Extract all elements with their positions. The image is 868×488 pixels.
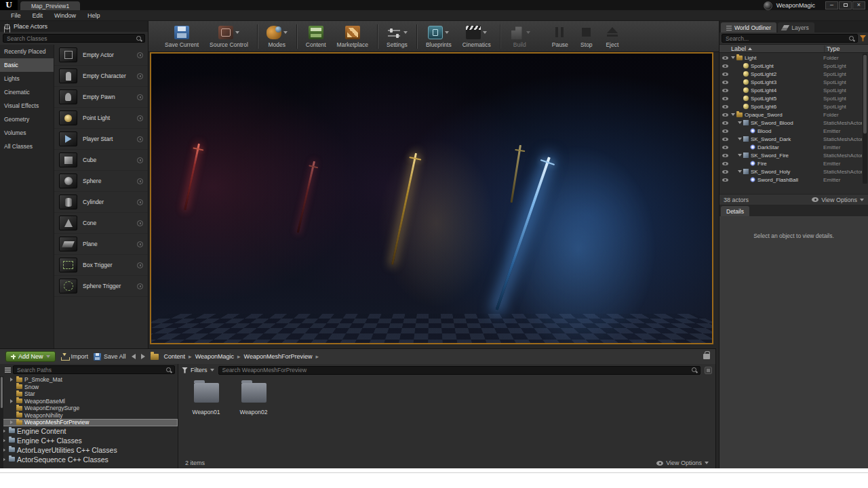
tree-folder-row[interactable]: WeaponEnergySurge bbox=[0, 405, 178, 412]
drag-grip-icon[interactable] bbox=[137, 94, 143, 100]
tree-scrollbar[interactable] bbox=[0, 376, 3, 468]
visibility-eye-icon[interactable] bbox=[722, 152, 729, 159]
tree-folder-row[interactable]: Star bbox=[0, 390, 178, 398]
expander-icon[interactable] bbox=[9, 406, 14, 411]
place-actor-item[interactable]: Point Light bbox=[54, 108, 148, 129]
outliner-search-input[interactable] bbox=[722, 34, 858, 43]
category-item[interactable]: Cinematic bbox=[0, 85, 54, 99]
visibility-eye-icon[interactable] bbox=[722, 144, 729, 150]
sort-ascending-icon[interactable] bbox=[748, 47, 752, 50]
outliner-row[interactable]: SK_Sword_Dark StaticMeshActor bbox=[719, 135, 868, 143]
level-tab[interactable]: Map_Preview1 bbox=[20, 1, 80, 10]
expander-icon[interactable] bbox=[738, 121, 743, 125]
expander-icon[interactable] bbox=[738, 169, 743, 174]
expander-icon[interactable] bbox=[745, 129, 749, 134]
tree-folder-row[interactable]: ActorSequence C++ Classes bbox=[0, 455, 178, 464]
place-actor-item[interactable]: Player Start bbox=[54, 129, 148, 150]
expander-icon[interactable] bbox=[745, 145, 749, 150]
category-item[interactable]: Lights bbox=[0, 72, 54, 85]
search-assets-input[interactable] bbox=[218, 366, 701, 375]
sources-toggle-icon[interactable] bbox=[5, 367, 11, 373]
back-button[interactable] bbox=[132, 354, 136, 359]
toolbar-button[interactable]: Source Control bbox=[204, 24, 254, 49]
expander-icon[interactable] bbox=[738, 88, 743, 93]
toolbar-button[interactable]: Cinematics bbox=[457, 24, 496, 49]
toolbar-button[interactable]: Marketplace bbox=[332, 24, 374, 49]
expander-icon[interactable] bbox=[9, 392, 14, 396]
place-actor-item[interactable]: Box Trigger bbox=[54, 255, 148, 276]
path-folder-icon[interactable] bbox=[151, 354, 159, 360]
outliner-row[interactable]: SpotLight5 SpotLight bbox=[719, 94, 868, 102]
category-item[interactable]: Basic bbox=[0, 58, 54, 72]
expander-icon[interactable] bbox=[9, 399, 14, 403]
menu-item[interactable]: Window bbox=[49, 11, 81, 20]
expander-icon[interactable] bbox=[738, 153, 743, 158]
outliner-row[interactable]: SpotLight2 SpotLight bbox=[719, 70, 868, 78]
visibility-eye-icon[interactable] bbox=[722, 70, 729, 77]
breadcrumb-item[interactable]: WeaponMeshForPreview bbox=[244, 353, 313, 360]
expander-icon[interactable] bbox=[745, 178, 749, 182]
forward-button[interactable] bbox=[141, 354, 145, 359]
outliner-row[interactable]: SpotLight6 SpotLight bbox=[719, 102, 868, 110]
breadcrumb-item[interactable]: Content bbox=[164, 353, 186, 360]
place-actor-item[interactable]: Empty Pawn bbox=[54, 87, 148, 108]
lock-icon[interactable] bbox=[703, 354, 710, 359]
toolbar-button[interactable]: Build bbox=[500, 24, 536, 49]
menu-item[interactable]: File bbox=[5, 11, 26, 20]
drag-grip-icon[interactable] bbox=[137, 157, 143, 163]
category-item[interactable]: Volumes bbox=[0, 126, 54, 140]
tree-folder-row[interactable]: WeaponBaseMl bbox=[0, 398, 178, 405]
visibility-eye-icon[interactable] bbox=[722, 168, 729, 175]
toolbar-button[interactable]: Blueprints bbox=[416, 24, 457, 49]
place-actor-item[interactable]: Sphere bbox=[54, 171, 148, 192]
visibility-eye-icon[interactable] bbox=[722, 176, 729, 183]
breadcrumb-item[interactable]: WeaponMagic bbox=[195, 353, 234, 360]
expander-icon[interactable] bbox=[745, 161, 749, 166]
toolbar-button[interactable]: Eject bbox=[599, 24, 625, 49]
drag-grip-icon[interactable] bbox=[137, 220, 143, 226]
visibility-eye-icon[interactable] bbox=[722, 160, 729, 167]
drag-grip-icon[interactable] bbox=[137, 52, 143, 58]
toolbar-button[interactable]: Save Current bbox=[159, 24, 204, 49]
expander-icon[interactable] bbox=[738, 96, 743, 101]
view-options-button[interactable]: View Options bbox=[812, 197, 864, 203]
expander-icon[interactable] bbox=[738, 104, 743, 109]
drag-grip-icon[interactable] bbox=[137, 136, 143, 142]
drag-grip-icon[interactable] bbox=[137, 199, 143, 205]
close-button[interactable]: × bbox=[852, 1, 865, 9]
place-actor-item[interactable]: Plane bbox=[54, 234, 148, 255]
tree-folder-row[interactable]: WeaponMeshForPreview bbox=[0, 419, 178, 426]
outliner-row[interactable]: SpotLight SpotLight bbox=[719, 62, 868, 70]
outliner-row[interactable]: SK_Sword_Holy StaticMeshActor bbox=[719, 167, 868, 176]
visibility-eye-icon[interactable] bbox=[722, 95, 729, 102]
expander-icon[interactable] bbox=[738, 137, 743, 142]
asset-folder-item[interactable]: Weapon02 bbox=[234, 383, 273, 415]
place-actor-item[interactable]: Empty Actor bbox=[54, 45, 148, 66]
search-classes-input[interactable] bbox=[3, 34, 145, 43]
toolbar-button[interactable]: Stop bbox=[574, 24, 599, 49]
toolbar-button[interactable]: Settings bbox=[377, 24, 413, 49]
outliner-row[interactable]: SpotLight4 SpotLight bbox=[719, 86, 868, 94]
outliner-row[interactable]: SK_Sword_Fire StaticMeshActor bbox=[719, 151, 868, 159]
visibility-eye-icon[interactable] bbox=[722, 87, 729, 94]
place-actor-item[interactable]: Cube bbox=[54, 150, 148, 171]
outliner-row[interactable]: SK_Sword_Blood StaticMeshActor bbox=[719, 119, 868, 127]
tree-folder-row[interactable]: ActorLayerUtilities C++ Classes bbox=[0, 445, 178, 455]
minimize-button[interactable]: – bbox=[825, 1, 838, 9]
drag-grip-icon[interactable] bbox=[137, 262, 143, 268]
search-paths-input[interactable] bbox=[13, 365, 175, 374]
tab-layers[interactable]: Layers bbox=[778, 22, 814, 33]
tab-world-outliner[interactable]: World Outliner bbox=[721, 22, 776, 33]
expander-icon[interactable] bbox=[738, 80, 743, 85]
filters-button[interactable]: Filters bbox=[182, 367, 214, 373]
maximize-button[interactable] bbox=[839, 1, 852, 9]
visibility-eye-icon[interactable] bbox=[722, 103, 729, 110]
expander-icon[interactable] bbox=[9, 378, 14, 382]
save-all-button[interactable]: Save All bbox=[94, 353, 126, 361]
tree-folder-row[interactable]: P_Smoke_Mat bbox=[0, 376, 178, 384]
place-actor-item[interactable]: Cone bbox=[54, 213, 148, 234]
outliner-row[interactable]: DarkStar Emitter bbox=[719, 143, 868, 151]
level-viewport[interactable] bbox=[150, 52, 713, 344]
visibility-eye-icon[interactable] bbox=[722, 127, 729, 134]
outliner-row[interactable]: SpotLight3 SpotLight bbox=[719, 78, 868, 86]
